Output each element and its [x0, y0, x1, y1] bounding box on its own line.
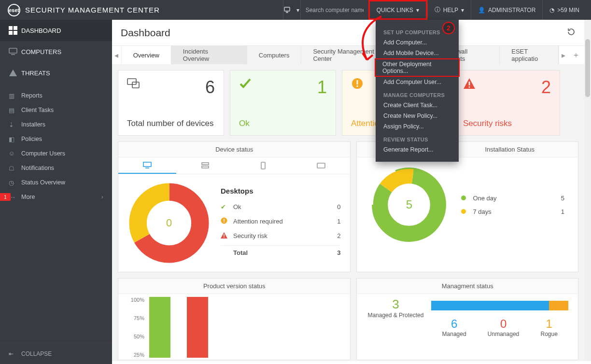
- refresh-button[interactable]: [567, 28, 576, 38]
- nav-label: COMPUTERS: [21, 48, 61, 56]
- user-icon: 👤: [478, 7, 485, 14]
- devices-icon: [127, 77, 140, 92]
- legend-dot: [461, 209, 466, 214]
- search-input[interactable]: [301, 0, 368, 20]
- svg-rect-16: [261, 162, 265, 169]
- help-button[interactable]: ⓘ HELP ▾: [427, 0, 471, 20]
- installers-icon: ⇣: [9, 121, 21, 128]
- card-total-devices[interactable]: 6 Total number of devices: [118, 70, 224, 136]
- check-icon: [239, 77, 252, 92]
- row-value: 5: [550, 195, 564, 202]
- device-row-risk: Security risk 2: [221, 229, 340, 243]
- tick: 75%: [125, 315, 144, 321]
- label: Unmanaged: [488, 331, 519, 337]
- svg-rect-10: [357, 85, 358, 87]
- panel-title: Device status: [118, 142, 350, 157]
- tabs-scroll-left[interactable]: ◂: [112, 46, 122, 64]
- collapse-button[interactable]: ⇤ COLLAPSE: [0, 343, 112, 364]
- card-label: Security risks: [463, 119, 551, 128]
- device-type-tabs: [118, 157, 350, 174]
- card-value: 2: [541, 77, 551, 98]
- bar-seg-rogue: [549, 301, 568, 310]
- tab-computers[interactable]: Computers: [247, 46, 302, 64]
- card-security-risks[interactable]: 2 Security risks: [454, 70, 560, 136]
- tabs-scroll-right[interactable]: ▸: [559, 46, 568, 64]
- svg-rect-15: [202, 166, 209, 168]
- nav-reports[interactable]: ▥Reports: [0, 88, 112, 103]
- svg-rect-14: [202, 163, 209, 165]
- nav-installers[interactable]: ⇣Installers: [0, 117, 112, 132]
- tab-incidents[interactable]: Incidents Overview: [171, 46, 247, 64]
- nav-policies[interactable]: ◧Policies: [0, 132, 112, 146]
- quick-links-label: QUICK LINKS: [377, 7, 413, 14]
- warning-icon: [351, 77, 364, 92]
- inst-row-one-day: One day 5: [461, 191, 564, 205]
- row-name: Attention required: [233, 218, 326, 225]
- alert-icon: [463, 77, 476, 92]
- tick: 100%: [125, 297, 144, 303]
- ql-add-mobile[interactable]: Add Mobile Device...: [376, 48, 459, 58]
- help-label: HELP: [443, 7, 458, 14]
- check-icon: ✔: [221, 203, 233, 210]
- tab-eset-app[interactable]: ESET applicatio: [500, 46, 559, 64]
- devtab-other[interactable]: [292, 157, 350, 174]
- row-value: 1: [326, 218, 340, 225]
- brand-title: SECURITY MANAGEMENT CENTER: [25, 6, 160, 14]
- tick: 25%: [125, 352, 144, 358]
- devtab-desktop[interactable]: [118, 157, 176, 174]
- tab-add-button[interactable]: ＋: [568, 46, 584, 64]
- vertical-scrollbar[interactable]: [584, 20, 591, 361]
- warning-icon: [221, 217, 233, 225]
- col-unmanaged: 0 Unmanaged: [488, 317, 519, 337]
- devtab-server[interactable]: [176, 157, 234, 174]
- ql-generate-report[interactable]: Generate Report...: [376, 144, 459, 155]
- ql-add-computer[interactable]: Add Computer...: [376, 37, 459, 48]
- ql-section-review: REVIEW STATUS: [376, 132, 459, 144]
- ql-create-policy[interactable]: Create New Policy...: [376, 111, 459, 121]
- nav-threats[interactable]: THREATS: [0, 62, 112, 84]
- tick: 50%: [125, 334, 144, 339]
- nav-client-tasks[interactable]: ▤Client Tasks: [0, 103, 112, 117]
- quick-links-button[interactable]: QUICK LINKS ▾: [368, 0, 427, 20]
- svg-rect-23: [224, 234, 225, 237]
- col-managed: 6 Managed: [442, 317, 466, 337]
- collapse-icon: ⇤: [9, 350, 21, 357]
- scrollbar-thumb[interactable]: [585, 39, 590, 97]
- user-button[interactable]: 👤 ADMINISTRATOR: [471, 0, 542, 20]
- value: 6: [442, 317, 466, 331]
- nav-label: Notifications: [21, 165, 54, 171]
- quick-links-menu: 2 SET UP COMPUTERS Add Computer... Add M…: [376, 20, 459, 162]
- devtab-mobile[interactable]: [234, 157, 292, 174]
- nav-computer-users[interactable]: ☺Computer Users: [0, 146, 112, 161]
- nav-label: Status Overview: [21, 179, 65, 186]
- nav-dashboard[interactable]: DASHBOARD: [0, 20, 112, 41]
- ql-other-deployment[interactable]: Other Deployment Options...: [375, 58, 460, 77]
- session-timer[interactable]: ◔ >59 MIN: [542, 0, 586, 20]
- svg-rect-24: [224, 237, 225, 238]
- ql-assign-policy[interactable]: Assign Policy...: [376, 121, 459, 132]
- ql-add-user[interactable]: Add Computer User...: [376, 77, 459, 87]
- tab-overview[interactable]: Overview: [122, 46, 171, 64]
- inst-row-seven-days: 7 days 1: [461, 205, 564, 218]
- nav-status-overview[interactable]: ◷Status Overview: [0, 175, 112, 190]
- panel-device-status: Device status 0: [118, 141, 351, 272]
- svg-rect-12: [469, 86, 470, 88]
- nav-computers[interactable]: COMPUTERS: [0, 41, 112, 62]
- row-name: One day: [473, 195, 550, 202]
- content: 6 Total number of devices 1 Ok 1 Attenti…: [112, 64, 584, 361]
- chart-y-axis: 100% 75% 50% 25%: [125, 297, 144, 358]
- brand-logo: eset: [8, 4, 20, 16]
- computer-filter-icon[interactable]: ▾: [283, 0, 301, 20]
- ql-create-client-task[interactable]: Create Client Task...: [376, 100, 459, 111]
- device-group-title: Desktops: [221, 187, 340, 195]
- device-row-total: Total 3: [221, 245, 340, 260]
- chevron-down-icon: ▾: [296, 7, 299, 14]
- nav-notifications[interactable]: ☖Notifications: [0, 161, 112, 175]
- svg-rect-1: [9, 26, 13, 30]
- row-name: 7 days: [473, 208, 550, 215]
- card-ok[interactable]: 1 Ok: [230, 70, 336, 136]
- main: Dashboard ◂ Overview Incidents Overview …: [112, 20, 584, 361]
- svg-rect-4: [14, 31, 17, 35]
- nav-more[interactable]: 1 ⋯ More ›: [0, 190, 112, 204]
- svg-rect-5: [9, 48, 17, 53]
